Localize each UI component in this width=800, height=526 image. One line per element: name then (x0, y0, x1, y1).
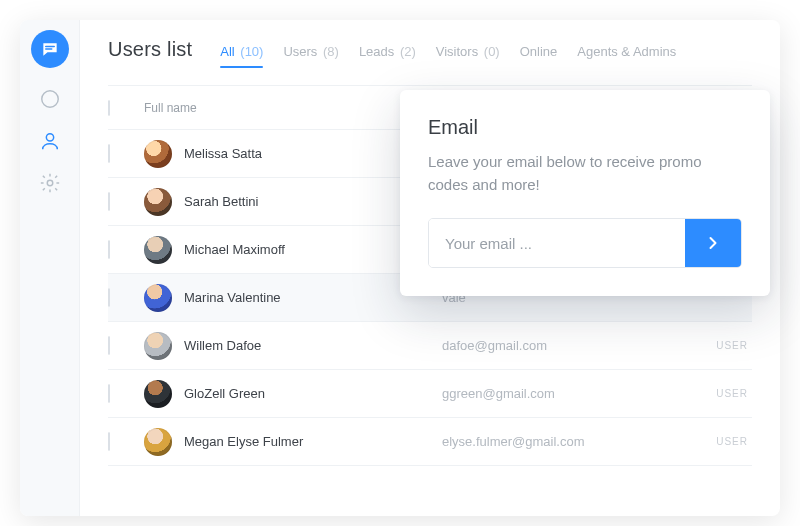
row-checkbox[interactable] (108, 240, 110, 259)
app-logo[interactable] (31, 30, 69, 68)
user-name: Marina Valentine (184, 290, 281, 305)
modal-title: Email (428, 116, 742, 139)
user-name: GloZell Green (184, 386, 265, 401)
select-all-checkbox[interactable] (108, 100, 110, 116)
avatar (144, 140, 172, 168)
tab-label: Visitors (436, 44, 478, 59)
tab-visitors[interactable]: Visitors (0) (436, 44, 500, 67)
user-email: elyse.fulmer@gmail.com (442, 434, 662, 449)
avatar (144, 380, 172, 408)
avatar (144, 284, 172, 312)
avatar (144, 332, 172, 360)
row-checkbox[interactable] (108, 432, 110, 451)
gear-icon[interactable] (39, 172, 61, 194)
tab-agents[interactable]: Agents & Admins (577, 44, 676, 67)
tab-label: Users (283, 44, 317, 59)
avatar (144, 236, 172, 264)
row-checkbox[interactable] (108, 192, 110, 211)
user-name: Willem Dafoe (184, 338, 261, 353)
table-row[interactable]: Willem Dafoedafoe@gmail.comUSER (108, 322, 752, 370)
row-checkbox[interactable] (108, 144, 110, 163)
email-input[interactable] (429, 219, 685, 267)
user-name: Megan Elyse Fulmer (184, 434, 303, 449)
row-checkbox[interactable] (108, 384, 110, 403)
user-name: Melissa Satta (184, 146, 262, 161)
tab-count: (8) (319, 44, 339, 59)
chat-bubble-icon (40, 39, 60, 59)
chevron-right-icon (703, 233, 723, 253)
header: Users list All (10)Users (8)Leads (2)Vis… (108, 38, 752, 67)
col-name: Full name (144, 101, 442, 115)
submit-button[interactable] (685, 219, 741, 267)
tab-label: Leads (359, 44, 394, 59)
tab-count: (10) (237, 44, 264, 59)
modal-body: Leave your email below to receive promo … (428, 151, 742, 196)
user-email: ggreen@gmail.com (442, 386, 662, 401)
tab-count: (0) (480, 44, 500, 59)
user-type: USER (662, 436, 752, 447)
avatar (144, 188, 172, 216)
row-checkbox[interactable] (108, 288, 110, 307)
sidebar (20, 20, 80, 516)
row-checkbox[interactable] (108, 336, 110, 355)
user-email: dafoe@gmail.com (442, 338, 662, 353)
email-modal: Email Leave your email below to receive … (400, 90, 770, 296)
table-row[interactable]: GloZell Greenggreen@gmail.comUSER (108, 370, 752, 418)
tab-online[interactable]: Online (520, 44, 558, 67)
tab-count: (2) (396, 44, 416, 59)
tabs: All (10)Users (8)Leads (2)Visitors (0)On… (220, 44, 676, 67)
tab-all[interactable]: All (10) (220, 44, 263, 67)
tab-label: All (220, 44, 234, 59)
page-title: Users list (108, 38, 192, 61)
tab-leads[interactable]: Leads (2) (359, 44, 416, 67)
table-row[interactable]: Megan Elyse Fulmerelyse.fulmer@gmail.com… (108, 418, 752, 466)
user-type: USER (662, 340, 752, 351)
chat-icon[interactable] (39, 88, 61, 110)
user-type: USER (662, 388, 752, 399)
email-input-row (428, 218, 742, 268)
tab-label: Online (520, 44, 558, 59)
user-name: Michael Maximoff (184, 242, 285, 257)
avatar (144, 428, 172, 456)
svg-point-2 (47, 180, 53, 186)
user-icon[interactable] (39, 130, 61, 152)
tab-users[interactable]: Users (8) (283, 44, 338, 67)
user-name: Sarah Bettini (184, 194, 258, 209)
tab-label: Agents & Admins (577, 44, 676, 59)
svg-point-1 (46, 134, 53, 141)
